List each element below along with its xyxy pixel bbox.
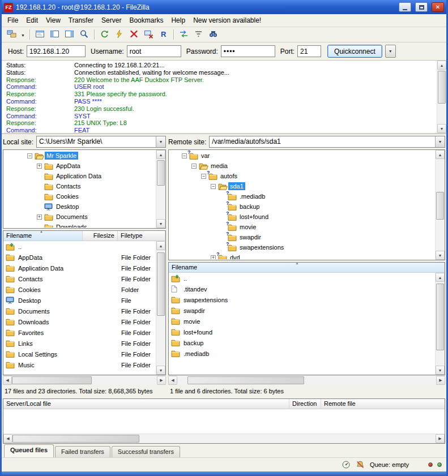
minimize-button[interactable]: [399, 2, 411, 12]
collapse-icon[interactable]: −: [182, 153, 187, 158]
tab-successful-transfers[interactable]: Successful transfers: [112, 446, 180, 457]
menu-item-view[interactable]: View: [42, 15, 65, 26]
scroll-track[interactable]: [436, 159, 445, 251]
tree-item-var[interactable]: −?var: [170, 151, 434, 161]
scroll-down-button[interactable]: ▼: [156, 219, 165, 228]
local-column-filename[interactable]: ▲Filename: [3, 231, 83, 241]
tree-item-movie[interactable]: ?movie: [170, 222, 434, 232]
file-row-desktop[interactable]: DesktopFile: [3, 295, 165, 306]
toggle-transfer-queue-button[interactable]: [77, 28, 91, 41]
tree-item-swapextensions[interactable]: ?swapextensions: [170, 242, 434, 252]
scroll-down-button[interactable]: ▼: [437, 124, 446, 133]
scroll-down-button[interactable]: ▼: [436, 251, 445, 260]
file-row-movie[interactable]: movie: [169, 316, 445, 327]
scroll-track[interactable]: [12, 434, 436, 443]
find-button[interactable]: [206, 28, 220, 41]
filter-button[interactable]: [191, 28, 206, 41]
expand-icon[interactable]: +: [37, 164, 42, 169]
menu-item-help[interactable]: Help: [167, 15, 189, 26]
tree-item-appdata[interactable]: +AppData: [5, 161, 155, 171]
tree-item-mr-sparkle[interactable]: −Mr Sparkle: [5, 151, 155, 161]
tree-item-contacts[interactable]: Contacts: [5, 181, 155, 191]
collapse-icon[interactable]: −: [27, 153, 32, 158]
queue-column-local-file[interactable]: Server/Local file: [3, 399, 289, 409]
tree-item-desktop[interactable]: Desktop: [5, 201, 155, 212]
file-row-contacts[interactable]: ContactsFile Folder: [3, 273, 165, 284]
remote-tree-scrollbar[interactable]: ▲▼: [435, 150, 445, 260]
file-row-swapdir[interactable]: swapdir: [169, 305, 445, 316]
scroll-left-button[interactable]: ◀: [168, 376, 177, 385]
scroll-track[interactable]: [177, 376, 436, 385]
scroll-up-button[interactable]: ▲: [436, 273, 445, 282]
quickconnect-button[interactable]: Quickconnect: [327, 45, 382, 58]
site-manager-button[interactable]: [5, 28, 19, 41]
remote-list-scrollbar[interactable]: ▲▼: [435, 273, 445, 375]
menu-item-transfer[interactable]: Transfer: [65, 15, 97, 26]
speed-limit-icon[interactable]: [342, 460, 351, 469]
remote-horizontal-scrollbar[interactable]: ◀▶: [168, 375, 445, 385]
remote-site-combo[interactable]: /var/media/autofs/sda1 ▼: [209, 136, 445, 148]
username-input[interactable]: [127, 45, 181, 57]
scroll-thumb[interactable]: [12, 435, 139, 443]
process-queue-button[interactable]: [112, 28, 126, 41]
scroll-track[interactable]: [156, 159, 165, 219]
file-row-links[interactable]: LinksFile Folder: [3, 338, 165, 349]
scroll-thumb[interactable]: [438, 71, 446, 104]
tree-item-cookies[interactable]: Cookies: [5, 191, 155, 201]
refresh-button[interactable]: [97, 28, 112, 41]
tree-item-downloads[interactable]: Downloads: [5, 222, 155, 228]
file-row-mediadb[interactable]: .mediadb: [169, 348, 445, 359]
scroll-down-button[interactable]: ▼: [436, 366, 445, 375]
file-row-swapextensions[interactable]: swapextensions: [169, 294, 445, 305]
file-row-appdata[interactable]: AppDataFile Folder: [3, 252, 165, 263]
toggle-local-tree-button[interactable]: [48, 28, 62, 41]
scroll-track[interactable]: [437, 70, 446, 124]
directory-comparison-button[interactable]: [177, 28, 191, 41]
file-row-lost-found[interactable]: lost+found: [169, 327, 445, 337]
scroll-left-button[interactable]: ◀: [3, 434, 12, 443]
file-row-backup[interactable]: backup: [169, 337, 445, 348]
scroll-right-button[interactable]: ▶: [436, 434, 445, 443]
reconnect-button[interactable]: R: [156, 28, 170, 41]
file-row-downloads[interactable]: DownloadsFile Folder: [3, 316, 165, 327]
titlebar[interactable]: FZ 192.168.1.20 - root@192.168.1.20 - Fi…: [2, 0, 446, 14]
remote-column-filename[interactable]: ▲Filename: [169, 263, 445, 272]
file-row-documents[interactable]: DocumentsFile Folder: [3, 306, 165, 316]
tree-item-swapdir[interactable]: ?swapdir: [170, 232, 434, 242]
tree-item-dvd[interactable]: +?dvd: [170, 252, 434, 259]
scroll-thumb[interactable]: [436, 284, 444, 350]
queue-horizontal-scrollbar[interactable]: ◀▶: [3, 434, 445, 443]
file-row-item[interactable]: ..: [169, 273, 445, 284]
collapse-icon[interactable]: −: [211, 184, 216, 189]
scroll-thumb[interactable]: [12, 376, 92, 384]
scroll-left-button[interactable]: ◀: [3, 376, 12, 385]
tree-item-mediadb[interactable]: ?.mediadb: [170, 191, 434, 201]
file-row-local-settings[interactable]: Local SettingsFile Folder: [3, 349, 165, 359]
cancel-button[interactable]: [127, 28, 141, 41]
collapse-icon[interactable]: −: [191, 164, 197, 169]
toggle-message-log-button[interactable]: [33, 28, 47, 41]
scroll-track[interactable]: [436, 282, 445, 366]
tab-failed-transfers[interactable]: Failed transfers: [55, 446, 110, 457]
expand-icon[interactable]: +: [211, 255, 216, 260]
disconnect-button[interactable]: [142, 28, 156, 41]
tree-item-sda1[interactable]: −sda1: [170, 181, 434, 191]
local-site-combo[interactable]: C:\Users\Mr Sparkle\ ▼: [36, 136, 166, 148]
expand-icon[interactable]: +: [37, 215, 42, 220]
scroll-down-button[interactable]: ▼: [156, 366, 165, 375]
menu-item-edit[interactable]: Edit: [22, 15, 42, 26]
log-scrollbar[interactable]: ▲▼: [437, 61, 446, 133]
collapse-icon[interactable]: −: [201, 174, 206, 179]
scroll-track[interactable]: [156, 250, 165, 366]
menu-item-file[interactable]: File: [3, 15, 22, 26]
port-input[interactable]: [297, 45, 321, 57]
password-input[interactable]: [221, 45, 275, 57]
scroll-thumb[interactable]: [187, 376, 304, 384]
file-row-favorites[interactable]: FavoritesFile Folder: [3, 327, 165, 338]
local-tree-scrollbar[interactable]: ▲▼: [156, 150, 165, 228]
tree-item-application-data[interactable]: Application Data: [5, 171, 155, 181]
file-row-application-data[interactable]: Application DataFile Folder: [3, 263, 165, 273]
local-list-scrollbar[interactable]: ▲▼: [156, 241, 165, 375]
local-site-dropdown-icon[interactable]: ▼: [156, 136, 165, 147]
menu-item-bookmarks[interactable]: Bookmarks: [125, 15, 167, 26]
